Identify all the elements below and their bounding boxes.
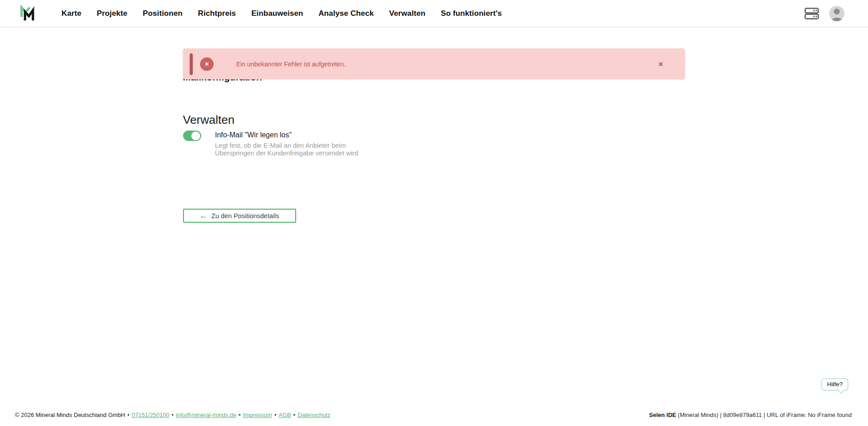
footer-link-email[interactable]: info@mineral-minds.de xyxy=(176,411,236,419)
nav-item-richtpreis[interactable]: Richtpreis xyxy=(198,9,236,18)
nav-item-positionen[interactable]: Positionen xyxy=(143,9,183,18)
error-circle-icon: ✕ xyxy=(200,57,214,71)
footer-link-phone[interactable]: 07151/250100 xyxy=(132,411,169,419)
setting-text: Info-Mail "Wir legen los" Legt fest, ob … xyxy=(215,131,364,157)
footer-copyright: © 2026 Mineral Minds Deutschland GmbH xyxy=(15,411,125,419)
help-button[interactable]: Hilfe? xyxy=(821,379,848,390)
footer-separator: • xyxy=(171,411,174,419)
footer-separator: • xyxy=(239,411,241,419)
user-avatar-icon[interactable] xyxy=(829,6,844,21)
footer-separator: • xyxy=(293,411,296,419)
toggle-knob xyxy=(191,131,200,140)
alert-close-icon[interactable]: ✕ xyxy=(658,61,664,68)
footer-separator: • xyxy=(274,411,277,419)
nav-item-karte[interactable]: Karte xyxy=(61,9,81,18)
footer-link-impressum[interactable]: Impressum xyxy=(243,411,272,419)
back-to-position-details-button[interactable]: ← Zu den Positionsdetails xyxy=(183,209,296,223)
info-mail-setting-row: Info-Mail "Wir legen los" Legt fest, ob … xyxy=(183,131,685,157)
nav-item-einbauweisen[interactable]: Einbauweisen xyxy=(251,9,303,18)
mineral-minds-logo xyxy=(19,5,36,23)
footer-ide-name: Selen IDE xyxy=(649,412,676,418)
nav-item-verwalten[interactable]: Verwalten xyxy=(389,9,425,18)
setting-description: Legt fest, ob die E-Mail an den Anbieter… xyxy=(215,142,364,157)
left-arrow-icon: ← xyxy=(200,212,208,220)
section-title: Verwalten xyxy=(183,112,685,127)
main-nav: Karte Projekte Positionen Richtpreis Ein… xyxy=(61,9,502,18)
footer: © 2026 Mineral Minds Deutschland GmbH • … xyxy=(15,411,852,419)
main-content: Mailkonfiguration Verwalten Info-Mail "W… xyxy=(183,70,685,223)
info-mail-toggle[interactable] xyxy=(183,131,201,141)
setting-label: Info-Mail "Wir legen los" xyxy=(215,131,364,140)
footer-left: © 2026 Mineral Minds Deutschland GmbH • … xyxy=(15,411,330,419)
alert-accent-bar xyxy=(190,53,193,75)
footer-link-agb[interactable]: AGB xyxy=(278,411,291,419)
avatar-head xyxy=(834,9,840,14)
footer-link-datenschutz[interactable]: Datenschutz xyxy=(297,411,330,419)
avatar-shoulders xyxy=(831,18,843,21)
error-alert: ✕ Ein unbekannter Fehler ist aufgetreten… xyxy=(183,48,685,80)
footer-ide-details: (Mineral Minds) | 8d09e879a611 | URL of … xyxy=(676,412,852,418)
alert-message: Ein unbekannter Fehler ist aufgetreten. xyxy=(236,61,346,68)
back-button-label: Zu den Positionsdetails xyxy=(212,212,279,220)
nav-item-analyse-check[interactable]: Analyse Check xyxy=(318,9,373,18)
footer-separator: • xyxy=(127,411,130,419)
footer-ide-info: Selen IDE (Mineral Minds) | 8d09e879a611… xyxy=(649,411,852,419)
topbar-actions xyxy=(804,6,868,21)
server-stack-icon[interactable] xyxy=(804,7,819,20)
nav-item-projekte[interactable]: Projekte xyxy=(97,9,127,18)
top-navigation-bar: Karte Projekte Positionen Richtpreis Ein… xyxy=(0,0,868,27)
nav-item-so-funktionierts[interactable]: So funktioniert's xyxy=(441,9,502,18)
